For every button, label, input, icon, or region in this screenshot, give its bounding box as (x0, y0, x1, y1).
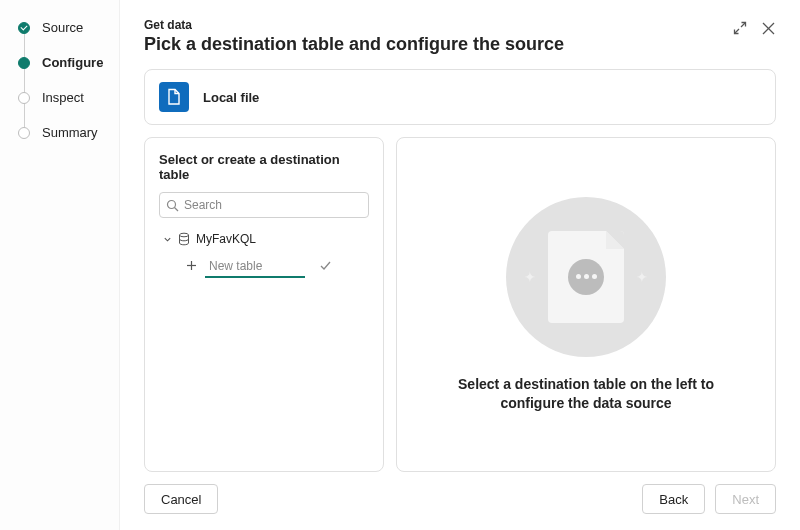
header: Get data Pick a destination table and co… (144, 18, 776, 55)
search-input[interactable] (184, 198, 362, 212)
tree-database-row[interactable]: MyFavKQL (159, 232, 369, 246)
search-box[interactable] (159, 192, 369, 218)
file-icon (159, 82, 189, 112)
check-icon (18, 22, 30, 34)
step-configure[interactable]: Configure (18, 55, 109, 70)
step-source[interactable]: Source (18, 20, 109, 35)
step-pending-dot-icon (18, 92, 30, 104)
step-connector-line (24, 30, 25, 130)
empty-state-message: Select a destination table on the left t… (436, 375, 736, 413)
step-pending-dot-icon (18, 127, 30, 139)
plus-icon[interactable] (185, 260, 197, 274)
source-card[interactable]: Local file (144, 69, 776, 125)
document-icon (548, 231, 624, 323)
close-icon[interactable] (760, 20, 776, 36)
step-inspect[interactable]: Inspect (18, 90, 109, 105)
step-label: Configure (42, 55, 103, 70)
svg-point-1 (180, 233, 189, 237)
expand-icon[interactable] (732, 20, 748, 36)
step-current-dot-icon (18, 57, 30, 69)
next-button: Next (715, 484, 776, 514)
configure-source-panel: ✦ ✦ Select a destination table on the le… (396, 137, 776, 472)
database-icon (178, 232, 190, 246)
sparkle-icon: ✦ (636, 269, 648, 285)
chevron-down-icon (163, 235, 172, 244)
step-label: Summary (42, 125, 98, 140)
svg-point-0 (168, 201, 176, 209)
new-table-input[interactable] (205, 256, 305, 278)
confirm-check-icon[interactable] (319, 259, 332, 275)
step-label: Inspect (42, 90, 84, 105)
page-subtitle: Get data (144, 18, 732, 32)
page-title: Pick a destination table and configure t… (144, 34, 732, 55)
destination-table-panel: Select or create a destination table (144, 137, 384, 472)
panel-title: Select or create a destination table (159, 152, 369, 182)
main-content: Get data Pick a destination table and co… (120, 0, 800, 530)
new-table-row (159, 256, 369, 278)
source-label: Local file (203, 90, 259, 105)
panels: Select or create a destination table (144, 137, 776, 472)
search-icon (166, 199, 179, 212)
database-name: MyFavKQL (196, 232, 256, 246)
footer: Cancel Back Next (144, 484, 776, 514)
empty-state-illustration: ✦ ✦ (506, 197, 666, 357)
step-label: Source (42, 20, 83, 35)
back-button[interactable]: Back (642, 484, 705, 514)
table-tree: MyFavKQL (159, 232, 369, 278)
step-summary[interactable]: Summary (18, 125, 109, 140)
sparkle-icon: ✦ (524, 269, 536, 285)
wizard-steps: Source Configure Inspect Summary (0, 0, 120, 530)
cancel-button[interactable]: Cancel (144, 484, 218, 514)
header-text: Get data Pick a destination table and co… (144, 18, 732, 55)
